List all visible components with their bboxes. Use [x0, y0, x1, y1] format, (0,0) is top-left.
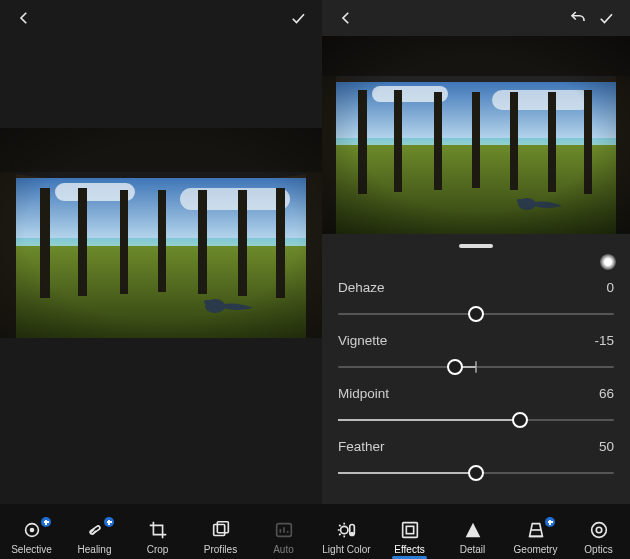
tool-label: Selective [11, 544, 52, 555]
svg-rect-41 [213, 525, 224, 536]
accept-icon[interactable] [284, 4, 312, 32]
slider-value: 66 [599, 386, 614, 401]
slider-vignette[interactable]: Vignette -15 [338, 333, 614, 380]
slider-label: Dehaze [338, 280, 385, 295]
svg-rect-56 [406, 526, 413, 533]
svg-rect-42 [217, 522, 228, 533]
tool-label: Light Color [322, 544, 370, 555]
slider-value: 50 [599, 439, 614, 454]
svg-point-47 [340, 526, 347, 533]
tool-optics[interactable]: Optics [567, 519, 630, 555]
tool-label: Effects [394, 544, 424, 555]
svg-point-54 [350, 532, 354, 536]
svg-rect-17 [0, 128, 322, 338]
slider-label: Vignette [338, 333, 387, 348]
bottom-toolbar: Selective Healing Crop Profiles Auto Lig… [0, 504, 630, 559]
slider-value: -15 [594, 333, 614, 348]
svg-rect-55 [402, 523, 417, 538]
tool-label: Healing [78, 544, 112, 555]
tool-lightcolor[interactable]: Light Color [315, 519, 378, 555]
tool-healing[interactable]: Healing [63, 519, 126, 555]
tool-label: Auto [273, 544, 294, 555]
undo-icon[interactable] [564, 4, 592, 32]
svg-point-37 [29, 528, 34, 533]
panel-drag-handle[interactable] [459, 244, 493, 248]
svg-point-59 [591, 523, 606, 538]
tool-label: Optics [584, 544, 612, 555]
slider-midpoint[interactable]: Midpoint 66 [338, 386, 614, 433]
tool-auto[interactable]: Auto [252, 519, 315, 555]
tool-geometry[interactable]: Geometry [504, 519, 567, 555]
svg-line-51 [339, 525, 340, 526]
vignette-preview-icon [600, 254, 616, 270]
tool-label: Detail [460, 544, 486, 555]
tool-label: Profiles [204, 544, 237, 555]
svg-point-60 [596, 527, 602, 533]
tool-label: Geometry [514, 544, 558, 555]
tool-crop[interactable]: Crop [126, 519, 189, 555]
photo-preview[interactable] [0, 128, 322, 338]
svg-rect-38 [89, 525, 100, 534]
tool-label: Crop [147, 544, 169, 555]
photo-preview[interactable] [322, 36, 630, 234]
svg-rect-35 [322, 36, 630, 234]
back-icon[interactable] [332, 4, 360, 32]
svg-line-52 [339, 534, 340, 535]
slider-feather[interactable]: Feather 50 [338, 439, 614, 486]
slider-dehaze[interactable]: Dehaze 0 [338, 280, 614, 327]
tool-profiles[interactable]: Profiles [189, 519, 252, 555]
slider-label: Midpoint [338, 386, 389, 401]
slider-label: Feather [338, 439, 385, 454]
back-icon[interactable] [10, 4, 38, 32]
slider-value: 0 [606, 280, 614, 295]
accept-icon[interactable] [592, 4, 620, 32]
tool-effects[interactable]: Effects [378, 519, 441, 555]
tool-selective[interactable]: Selective [0, 519, 63, 555]
tool-detail[interactable]: Detail [441, 519, 504, 555]
